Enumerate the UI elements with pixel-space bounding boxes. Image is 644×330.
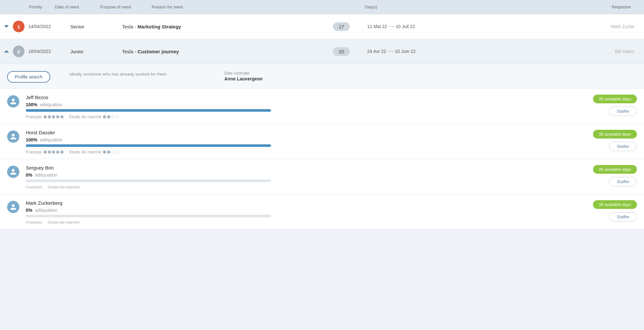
row-2-purpose: Junior	[70, 49, 122, 54]
row-1-reason-bold: Marketing Strategy	[137, 24, 181, 29]
candidate-info-horst: Horst Dassler 100% adéquation Français	[26, 130, 587, 154]
skills-row-serguey: Français Etude de marché	[26, 185, 587, 190]
data-controller-block: Data controller Anne Lauvergeon	[225, 71, 263, 81]
skills-row-jeff: Français Etude de marché	[26, 114, 587, 119]
adequation-row-mark: 0% adéquation	[26, 208, 587, 213]
candidate-right-mark: 35 available days Staffer	[593, 200, 637, 222]
expanded-info-row: Profile search Ideally someone who has a…	[0, 64, 644, 89]
skills-row-mark: Français Etude de marché	[26, 220, 587, 225]
skill-etude-serguey: Etude de marché	[48, 185, 80, 190]
staffer-button-serguey[interactable]: Staffer	[609, 177, 637, 186]
available-badge-horst: 35 available days	[593, 130, 637, 139]
progress-fill-jeff	[26, 109, 271, 112]
adequation-pct-jeff: 100%	[26, 102, 37, 107]
row-1-reason: Tesla - Marketing Strategy	[122, 24, 316, 29]
col-header-priority: Priority	[29, 5, 55, 9]
row-1-purpose: Senior	[70, 24, 122, 29]
available-badge-mark: 35 available days	[593, 200, 637, 209]
candidate-info-serguey: Serguey Brin 0% adéquation Français Etud…	[26, 165, 587, 190]
staffer-button-jeff[interactable]: Staffer	[609, 107, 637, 116]
row-1-date-range: 11 Mai 22 ⟶ 10 Juil 22	[367, 24, 464, 29]
adequation-row-horst: 100% adéquation	[26, 137, 587, 142]
data-controller-label: Data controller	[225, 71, 263, 76]
col-header-date: Date of need	[55, 5, 100, 9]
row-2-days-badge: 20	[333, 47, 350, 56]
expanded-content: Profile search Ideally someone who has a…	[0, 64, 644, 230]
row-1-date: 14/04/2022	[28, 24, 70, 29]
progress-bar-jeff	[26, 109, 271, 112]
candidate-row-horst: Horst Dassler 100% adéquation Français	[0, 124, 644, 159]
chevron-down-icon	[4, 25, 9, 28]
skill-francais-jeff: Français	[26, 114, 64, 119]
adequation-label-jeff: adéquation	[40, 102, 62, 107]
avatar-mark	[7, 201, 19, 213]
row-2-badge: 2	[13, 46, 25, 57]
col-header-purpose: Purpose of need	[100, 5, 152, 9]
dots-etude-horst	[103, 150, 119, 154]
candidate-name-horst: Horst Dassler	[26, 130, 587, 135]
progress-fill-horst	[26, 144, 271, 147]
table-header: Priority Date of need Purpose of need Re…	[0, 0, 644, 14]
row-2-toggle[interactable]	[0, 50, 13, 53]
row-2-date: 18/04/2022	[28, 49, 70, 54]
candidate-name-serguey: Serguey Brin	[26, 165, 587, 170]
avatar-horst	[7, 130, 19, 143]
chevron-up-icon	[4, 50, 9, 53]
candidate-row-mark: Mark Zuckerberg 0% adéquation Français E…	[0, 194, 644, 229]
col-header-days: Day(s)	[345, 5, 397, 9]
candidate-name-mark: Mark Zuckerberg	[26, 200, 587, 206]
arrow-icon: ⟶	[388, 24, 394, 29]
col-header-reason: Reason for need	[152, 5, 345, 9]
row-1-days-badge: 17	[333, 22, 350, 31]
candidate-info-mark: Mark Zuckerberg 0% adéquation Français E…	[26, 200, 587, 225]
row-1-toggle[interactable]	[0, 25, 13, 28]
avatar-serguey	[7, 166, 19, 178]
skill-etude-jeff: Etude de marché	[69, 114, 119, 119]
adequation-pct-serguey: 0%	[26, 172, 32, 178]
dots-francais-horst	[44, 150, 64, 154]
row-2-date-range: 24 Avr 22 ⟶ 10 Juin 22	[367, 49, 464, 54]
progress-bar-mark	[26, 215, 271, 217]
row-2-requester: Bill Gates	[464, 49, 644, 54]
candidate-info-jeff: Jeff Bezos 100% adéquation Français	[26, 95, 587, 119]
staffer-button-mark[interactable]: Staffer	[609, 212, 637, 222]
candidate-row-serguey: Serguey Brin 0% adéquation Français Etud…	[0, 159, 644, 194]
profile-search-button[interactable]: Profile search	[7, 71, 50, 83]
candidate-row-jeff: Jeff Bezos 100% adéquation Français	[0, 89, 644, 124]
skills-row-horst: Français Etude de marché	[26, 150, 587, 154]
row-2-days-cell: 20	[316, 47, 367, 56]
skill-francais-horst: Français	[26, 150, 64, 154]
dots-francais-jeff	[44, 115, 64, 119]
data-controller-name: Anne Lauvergeon	[225, 76, 263, 81]
candidate-right-serguey: 35 available days Staffer	[593, 165, 637, 186]
adequation-label-mark: adéquation	[35, 208, 57, 213]
row-1-reason-prefix: Tesla -	[122, 24, 136, 29]
adequation-pct-mark: 0%	[26, 208, 32, 213]
main-container: Priority Date of need Purpose of need Re…	[0, 0, 644, 330]
adequation-pct-horst: 100%	[26, 137, 37, 142]
available-badge-jeff: 35 available days	[593, 95, 637, 103]
candidate-right-horst: 35 available days Staffer	[593, 130, 637, 151]
progress-bar-horst	[26, 144, 271, 147]
adequation-label-serguey: adéquation	[35, 172, 57, 178]
row-1-badge: 1	[13, 21, 25, 32]
row-2-reason-prefix: Tesla -	[122, 49, 136, 54]
skill-francais-mark: Français	[26, 220, 42, 225]
candidate-name-jeff: Jeff Bezos	[26, 95, 587, 100]
row-2-reason-bold: Customer journey	[137, 49, 179, 54]
col-header-requester: Requester	[494, 5, 644, 9]
row-2-reason: Tesla - Customer journey	[122, 49, 316, 54]
row-1: 1 14/04/2022 Senior Tesla - Marketing St…	[0, 14, 644, 39]
candidate-right-jeff: 35 available days Staffer	[593, 95, 637, 116]
skill-etude-horst: Etude de marché	[69, 150, 119, 154]
adequation-row-jeff: 100% adéquation	[26, 102, 587, 107]
row-1-requester: Mark Zucke	[464, 24, 644, 29]
skill-etude-mark: Etude de marché	[48, 220, 80, 225]
row-2: 2 18/04/2022 Junior Tesla - Customer jou…	[0, 39, 644, 64]
avatar-jeff	[7, 95, 19, 108]
staffer-button-horst[interactable]: Staffer	[609, 142, 637, 151]
expanded-description: Ideally someone who has already worked f…	[70, 71, 205, 77]
adequation-label-horst: adéquation	[40, 137, 62, 142]
dots-etude-jeff	[103, 115, 119, 119]
skill-francais-serguey: Français	[26, 185, 42, 190]
